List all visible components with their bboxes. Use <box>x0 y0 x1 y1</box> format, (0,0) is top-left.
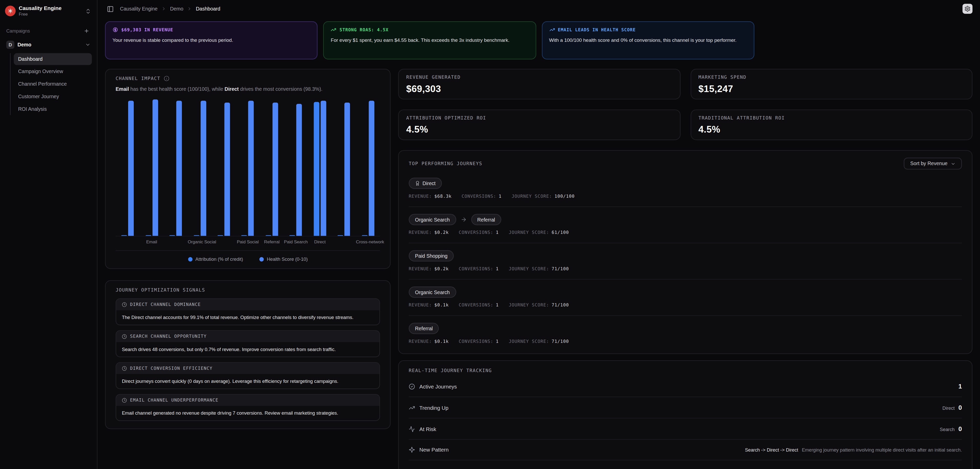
bar-group <box>236 100 260 236</box>
workspace-demo-row[interactable]: D Demo <box>5 38 92 51</box>
plus-icon <box>84 29 89 34</box>
bar-group <box>308 100 332 236</box>
x-axis-label <box>164 240 188 244</box>
app-root: Causality Engine Free Campaigns D Demo D… <box>0 0 980 469</box>
metric-traditional-roi: TRADITIONAL ATTRIBUTION ROI 4.5% <box>690 110 972 140</box>
channel-impact-chart-labels: EmailOrganic SocialPaid SocialReferralPa… <box>116 240 380 244</box>
chevrons-up-down-icon <box>85 8 91 14</box>
sidebar-toggle-button[interactable] <box>105 4 115 14</box>
signal-email-underperformance: EMAIL CHANNEL UNDERPERFORMANCE Email cha… <box>116 394 380 421</box>
bar <box>272 102 278 236</box>
workspace-name: Demo <box>18 42 82 48</box>
signal-search-opportunity: SEARCH CHANNEL OPPORTUNITY Search drives… <box>116 330 380 357</box>
sidebar-item-channel-performance[interactable]: Channel Performance <box>14 78 92 90</box>
campaigns-label: Campaigns <box>6 29 30 34</box>
settings-button[interactable] <box>963 4 972 14</box>
right-column: REVENUE GENERATED $69,303 MARKETING SPEN… <box>398 69 972 469</box>
channel-chip-organic-search[interactable]: Organic Search <box>409 214 456 225</box>
insight-title: STRONG ROAS: 4.5X <box>339 27 388 32</box>
channel-chip-referral[interactable]: Referral <box>471 214 501 225</box>
legend-dot-icon <box>188 257 192 262</box>
info-icon[interactable] <box>164 76 169 81</box>
sidebar-item-customer-journey[interactable]: Customer Journey <box>14 91 92 103</box>
channel-impact-subtitle: Email has the best health score (100/100… <box>116 86 380 93</box>
breadcrumb-current[interactable]: Dashboard <box>196 6 220 11</box>
bar-group <box>260 100 284 236</box>
x-axis-label: Referral <box>260 240 284 244</box>
journey-item: Referral REVENUE:$0.1k CONVERSIONS:1 JOU… <box>409 316 962 351</box>
legend-attribution: Attribution (% of credit) <box>188 257 243 262</box>
bar <box>152 99 158 236</box>
realtime-tracking-panel: REAL-TIME JOURNEY TRACKING Active Journe… <box>398 360 972 469</box>
campaigns-section-header: Campaigns <box>5 27 92 35</box>
journey-signals-title: JOURNEY OPTIMIZATION SIGNALS <box>116 287 380 293</box>
chevron-down-icon <box>85 42 91 48</box>
bar-group <box>332 100 356 236</box>
clock-icon <box>122 302 127 308</box>
clock-icon <box>122 366 127 371</box>
sidebar-item-dashboard[interactable]: Dashboard <box>14 53 92 65</box>
bar-group <box>164 100 188 236</box>
plan-label: Free <box>19 11 81 17</box>
bar <box>290 235 295 236</box>
bar-group <box>284 100 308 236</box>
x-axis-label: Direct <box>308 240 332 244</box>
bar <box>176 101 182 236</box>
x-axis-label <box>116 240 140 244</box>
journey-item: Organic Search REVENUE:$0.1k CONVERSIONS… <box>409 279 962 316</box>
sort-dropdown[interactable]: Sort by Revenue <box>904 158 962 169</box>
x-axis-label <box>212 240 236 244</box>
metric-value: 4.5% <box>698 124 964 134</box>
main-area: Causality Engine Demo Dashboard $69,303 … <box>98 0 980 469</box>
metric-value: $15,247 <box>698 83 964 94</box>
channel-chip-organic-search[interactable]: Organic Search <box>409 286 456 298</box>
activity-icon <box>409 426 415 432</box>
bar <box>224 102 230 236</box>
topbar: Causality Engine Demo Dashboard <box>98 0 980 18</box>
bar-group <box>356 100 380 236</box>
breadcrumb: Causality Engine Demo Dashboard <box>120 6 958 11</box>
insight-cards-row: $69,303 IN REVENUE Your revenue is stabl… <box>105 21 972 59</box>
signal-direct-dominance: DIRECT CHANNEL DOMINANCE The Direct chan… <box>116 298 380 325</box>
bar <box>369 101 374 236</box>
sparkles-icon <box>409 447 415 453</box>
breadcrumb-demo[interactable]: Demo <box>170 6 183 11</box>
tracking-row-new-pattern: New Pattern Search -> Direct -> Direct E… <box>409 440 962 461</box>
sidebar-item-campaign-overview[interactable]: Campaign Overview <box>14 66 92 78</box>
realtime-tracking-title: REAL-TIME JOURNEY TRACKING <box>409 368 962 373</box>
metric-value: 4.5% <box>406 124 672 134</box>
chart-legend: Attribution (% of credit) Health Score (… <box>116 250 380 262</box>
channel-chip-paid-shopping[interactable]: Paid Shopping <box>409 250 454 262</box>
dollar-circle-icon <box>113 27 118 33</box>
bar-group <box>116 100 140 236</box>
journey-signals-panel: JOURNEY OPTIMIZATION SIGNALS DIRECT CHAN… <box>105 280 391 429</box>
breadcrumb-root[interactable]: Causality Engine <box>120 6 158 11</box>
channel-impact-panel: CHANNEL IMPACT Email has the best health… <box>105 69 391 269</box>
bar <box>218 235 223 236</box>
clock-icon <box>122 398 127 403</box>
tracking-rows: Active Journeys 1 Trending Up <box>409 376 962 460</box>
metric-attribution-roi: ATTRIBUTION OPTIMIZED ROI 4.5% <box>398 110 680 140</box>
clock-icon <box>122 334 127 339</box>
x-axis-label <box>332 240 356 244</box>
x-axis-label: Cross-network <box>356 240 380 244</box>
tracking-row-trending-up: Trending Up Direct 0 <box>409 397 962 418</box>
circle-check-icon <box>409 383 415 389</box>
bar <box>296 104 302 236</box>
chevron-right-icon <box>187 6 192 11</box>
bar <box>266 235 271 236</box>
sidebar-nav: Dashboard Campaign Overview Channel Perf… <box>10 53 92 115</box>
add-campaign-button[interactable] <box>83 27 91 35</box>
insight-card-roas: STRONG ROAS: 4.5X For every $1 spent, yo… <box>323 21 536 59</box>
bar <box>169 235 175 236</box>
bar-group <box>140 100 164 236</box>
workspace-switcher-button[interactable] <box>84 8 92 15</box>
bar <box>362 235 368 236</box>
metric-cards: REVENUE GENERATED $69,303 MARKETING SPEN… <box>398 69 972 140</box>
trending-up-icon <box>409 404 415 410</box>
chevron-down-icon <box>951 161 956 166</box>
channel-chip-referral[interactable]: Referral <box>409 323 439 334</box>
channel-impact-chart-plot <box>116 100 380 237</box>
channel-chip-direct[interactable]: Direct <box>409 178 442 189</box>
sidebar-item-roi-analysis[interactable]: ROI Analysis <box>14 103 92 115</box>
